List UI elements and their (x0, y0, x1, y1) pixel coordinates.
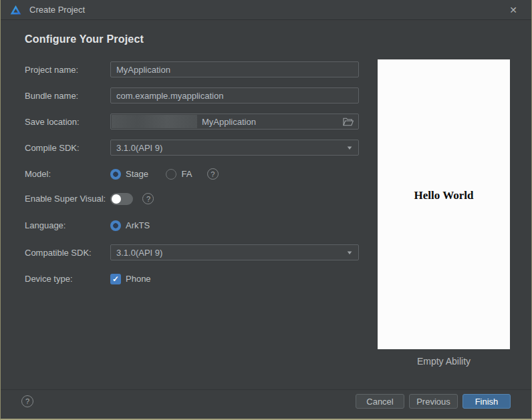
preview-caption: Empty Ability (378, 356, 510, 367)
compatible-sdk-label: Compatible SDK: (25, 248, 92, 258)
device-type-label: Device type: (25, 274, 73, 284)
super-visual-help-icon[interactable]: ? (142, 193, 154, 204)
bundle-name-label: Bundle name: (25, 91, 78, 101)
device-phone-label: Phone (126, 274, 151, 284)
compatible-sdk-select[interactable]: 3.1.0(API 9) ▼ (110, 244, 359, 260)
model-stage-radio[interactable] (110, 169, 121, 180)
chevron-down-icon: ▼ (346, 145, 353, 151)
model-help-icon[interactable]: ? (207, 168, 219, 180)
language-arkts-radio[interactable] (110, 220, 121, 231)
title-bar: Create Project ✕ (1, 0, 531, 20)
window-title: Create Project (29, 5, 85, 15)
browse-folder-icon[interactable] (343, 118, 354, 126)
language-label: Language: (25, 220, 65, 230)
previous-button[interactable]: Previous (409, 394, 458, 409)
super-visual-toggle[interactable] (110, 193, 133, 205)
device-type-options: ✓Phone (110, 272, 359, 284)
model-label: Model: (25, 169, 51, 179)
project-name-input[interactable] (110, 61, 359, 77)
chevron-down-icon: ▼ (346, 250, 353, 256)
compile-sdk-select[interactable]: 3.1.0(API 9) ▼ (110, 140, 359, 156)
deveco-studio-logo-icon (10, 5, 21, 15)
toggle-knob (112, 194, 121, 204)
save-location-value: MyApplication (202, 117, 256, 127)
save-location-input[interactable]: MyApplication (110, 114, 359, 130)
close-icon[interactable]: ✕ (506, 3, 521, 17)
bundle-name-input[interactable] (110, 87, 359, 103)
save-location-redacted-path (112, 115, 197, 128)
preview-hello-world-text: Hello World (378, 189, 510, 202)
language-options: ArkTS (110, 219, 359, 231)
cancel-button[interactable]: Cancel (356, 394, 404, 409)
language-arkts-label: ArkTS (126, 220, 150, 230)
model-options: Stage FA ? (110, 168, 359, 180)
compile-sdk-label: Compile SDK: (25, 143, 80, 153)
compile-sdk-value: 3.1.0(API 9) (116, 143, 162, 153)
ability-preview-screen: Hello World (378, 59, 510, 349)
enable-super-visual-control: ? (110, 192, 359, 205)
compatible-sdk-value: 3.1.0(API 9) (116, 248, 162, 258)
model-fa-radio[interactable] (166, 169, 176, 180)
enable-super-visual-label: Enable Super Visual: (25, 194, 106, 204)
dialog-help-icon[interactable]: ? (21, 395, 33, 407)
project-name-label: Project name: (25, 65, 78, 75)
page-title: Configure Your Project (25, 33, 144, 45)
device-phone-checkbox[interactable]: ✓ (110, 274, 121, 284)
model-fa-label: FA (181, 169, 192, 179)
footer-bar: ? Cancel Previous Finish (1, 389, 531, 419)
model-stage-label: Stage (126, 169, 148, 179)
finish-button[interactable]: Finish (462, 394, 511, 409)
save-location-label: Save location: (25, 117, 80, 127)
create-project-dialog: Create Project ✕ Configure Your Project … (0, 0, 532, 420)
